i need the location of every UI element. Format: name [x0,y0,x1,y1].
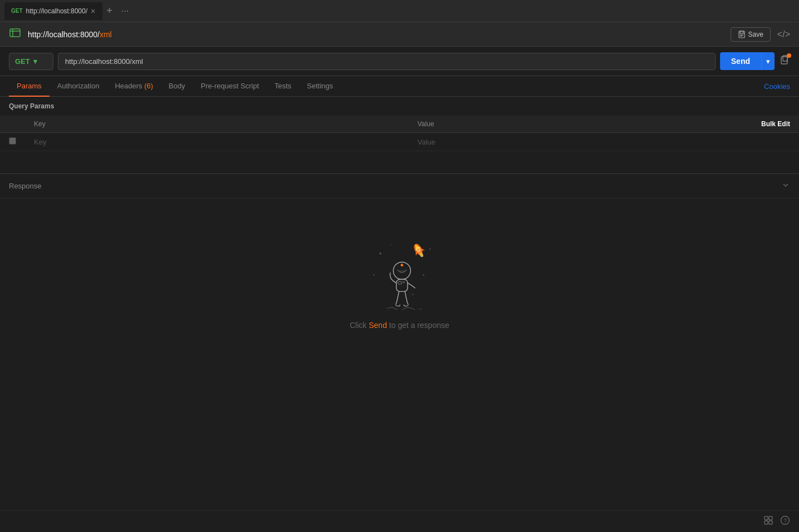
tab-bar: GET http://localhost:8000/ × + ··· [0,0,799,22]
code-button[interactable]: </> [777,29,790,39]
active-tab[interactable]: GET http://localhost:8000/ × [4,2,102,20]
address-url-highlight: xml [100,30,112,39]
address-bar: http://localhost:8000/xml Save </> [0,22,799,47]
close-tab-icon[interactable]: × [91,7,95,15]
svg-rect-28 [765,516,768,520]
svg-point-14 [412,294,413,295]
tab-url: http://localhost:8000/ [26,7,88,15]
params-table: Key Value Bulk Edit Key Value [0,116,799,151]
empty-state-prefix: Click [350,321,369,330]
empty-state-send-link: Send [369,321,387,330]
copy-icon [779,57,790,68]
response-header: Response [0,174,799,198]
add-tab-button[interactable]: + [102,5,117,17]
bulk-edit-button[interactable]: Bulk Edit [578,116,799,133]
svg-point-9 [379,252,381,254]
more-tabs-button[interactable]: ··· [117,6,133,16]
svg-rect-0 [10,29,20,37]
save-button[interactable]: Save [731,27,771,42]
empty-state-suffix: to get a response [387,321,449,330]
address-url-prefix: http://localhost:8000/ [28,30,100,39]
address-icon [9,27,21,42]
tab-method: GET [11,8,23,14]
method-selector[interactable]: GET ▾ [9,53,53,70]
svg-rect-30 [765,521,768,524]
svg-point-13 [390,245,391,246]
url-input[interactable] [58,53,716,70]
svg-rect-29 [769,516,772,520]
bottom-bar-right: ? [763,515,790,528]
send-dropdown-button[interactable]: ▾ [761,52,775,70]
row-checkbox[interactable] [0,133,25,151]
method-label: GET [15,57,30,66]
tab-params[interactable]: Params [9,76,49,97]
cookies-button[interactable]: Cookies [764,77,790,96]
grid-icon [763,515,773,525]
svg-rect-25 [396,280,407,292]
value-cell[interactable]: Value [409,133,578,151]
key-header: Key [25,116,409,133]
svg-point-10 [429,248,430,250]
svg-rect-31 [769,521,772,524]
param-checkbox[interactable] [9,137,16,145]
svg-rect-26 [398,281,401,284]
value-header: Value [409,116,578,133]
svg-text:?: ? [784,518,787,524]
request-bar: GET ▾ Send ▾ [0,47,799,76]
tabs-nav-right: Cookies [764,77,790,96]
svg-point-24 [400,264,403,267]
tab-pre-request-script[interactable]: Pre-request Script [193,76,267,97]
response-title: Response [9,182,42,190]
notification-badge [787,53,791,58]
help-icon: ? [780,515,790,525]
svg-rect-27 [403,281,404,282]
bottom-bar: ? [0,510,799,532]
address-actions: Save </> [731,27,791,42]
response-chevron-icon [781,181,790,191]
help-button[interactable]: ? [780,515,790,528]
tab-tests[interactable]: Tests [267,76,299,97]
table-row: Key Value [0,133,799,151]
checkbox-header [0,116,25,133]
send-button[interactable]: Send [720,52,761,70]
key-cell[interactable]: Key [25,133,409,151]
copy-button[interactable] [779,54,790,68]
grid-view-button[interactable] [763,515,773,528]
query-params-title: Query Params [0,97,799,116]
tab-settings[interactable]: Settings [299,76,341,97]
empty-state-text: Click Send to get a response [350,321,449,330]
tabs-navigation: Params Authorization Headers (6) Body Pr… [0,76,799,97]
address-url: http://localhost:8000/xml [28,30,724,39]
save-icon [738,31,746,38]
svg-point-12 [423,274,424,276]
svg-rect-4 [740,31,743,33]
tab-body[interactable]: Body [161,76,193,97]
tab-headers[interactable]: Headers (6) [107,76,161,97]
method-chevron-icon: ▾ [33,57,37,66]
response-section: Response [0,173,799,352]
svg-rect-7 [781,57,787,64]
tab-authorization[interactable]: Authorization [49,76,107,97]
empty-state: Click Send to get a response [0,198,799,352]
svg-point-11 [373,275,374,276]
headers-count: (6) [144,82,153,90]
astronaut-illustration [355,232,444,310]
send-group: Send ▾ [720,52,775,70]
empty-cell [578,133,799,151]
